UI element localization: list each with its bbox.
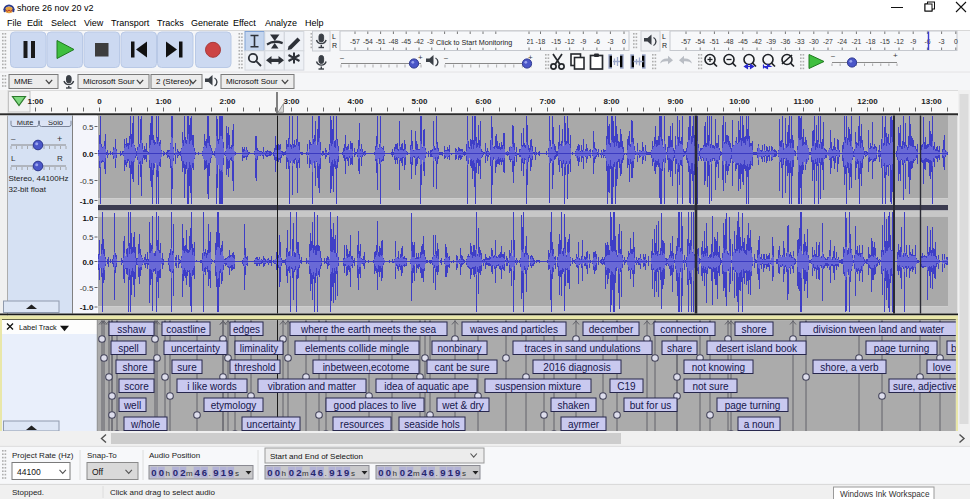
svg-text:Effect: Effect — [233, 18, 256, 28]
svg-text:-42: -42 — [414, 38, 424, 45]
svg-text:ayrmer: ayrmer — [568, 419, 600, 430]
svg-text:s: s — [235, 469, 239, 478]
svg-text:R: R — [662, 42, 667, 49]
svg-text:-57: -57 — [681, 38, 691, 45]
svg-text:-6: -6 — [594, 38, 600, 45]
svg-text:MME: MME — [14, 77, 33, 86]
svg-text:.: . — [324, 469, 326, 478]
svg-text:Snap-To: Snap-To — [87, 451, 117, 460]
svg-text:.: . — [208, 469, 210, 478]
svg-text:-3: -3 — [607, 38, 613, 45]
svg-text:1:00: 1:00 — [155, 97, 172, 106]
svg-text:s: s — [351, 469, 355, 478]
svg-text:shore: shore — [122, 362, 147, 373]
svg-text:View: View — [84, 18, 104, 28]
svg-text:nonbinary: nonbinary — [438, 343, 482, 354]
svg-text:but for us: but for us — [630, 400, 672, 411]
svg-text:h: h — [165, 469, 169, 478]
svg-text:Edit: Edit — [27, 18, 43, 28]
svg-text:-1.0: -1.0 — [80, 197, 94, 206]
svg-text:-3: -3 — [939, 38, 945, 45]
svg-text:R: R — [57, 154, 63, 163]
svg-text:6: 6 — [202, 467, 207, 478]
svg-text:4: 4 — [421, 467, 427, 478]
svg-text:–: – — [340, 54, 344, 61]
svg-text:coastline: coastline — [166, 324, 206, 335]
svg-text:threshold: threshold — [234, 362, 275, 373]
svg-text:0: 0 — [173, 467, 178, 478]
svg-text:0: 0 — [289, 467, 294, 478]
svg-text:-9: -9 — [580, 38, 586, 45]
svg-text:12:00: 12:00 — [857, 97, 878, 106]
svg-text:share: share — [667, 343, 692, 354]
svg-text:-27: -27 — [823, 38, 833, 45]
svg-text:-42: -42 — [752, 38, 762, 45]
svg-text:.: . — [435, 469, 437, 478]
svg-text:9: 9 — [329, 467, 334, 478]
svg-text:C19: C19 — [617, 381, 636, 392]
svg-text:0.5: 0.5 — [82, 233, 94, 242]
svg-text:-15: -15 — [551, 38, 561, 45]
svg-text:1.0: 1.0 — [82, 214, 94, 223]
svg-text:Analyze: Analyze — [265, 18, 297, 28]
svg-text:32-bit float: 32-bit float — [9, 185, 47, 194]
svg-text:where the earth meets the sea: where the earth meets the sea — [300, 324, 437, 335]
svg-text:6:00: 6:00 — [475, 97, 492, 106]
svg-text:Windows Ink Workspace: Windows Ink Workspace — [840, 490, 930, 499]
svg-text:resources: resources — [340, 419, 384, 430]
svg-text:shore: shore — [741, 324, 766, 335]
svg-text:4: 4 — [310, 467, 316, 478]
svg-text:seaside hols: seaside hols — [404, 419, 460, 430]
svg-text:w/hole: w/hole — [130, 419, 160, 430]
svg-text:13:00: 13:00 — [921, 97, 942, 106]
svg-text:2 (Stereo): 2 (Stereo) — [156, 77, 192, 86]
svg-text:-18: -18 — [536, 38, 546, 45]
svg-text:0: 0 — [400, 467, 405, 478]
svg-text:-48: -48 — [388, 38, 398, 45]
svg-text:shaken: shaken — [557, 400, 589, 411]
svg-text:-45: -45 — [738, 38, 748, 45]
svg-text:0: 0 — [275, 467, 280, 478]
svg-text:shore 26 nov 20 v2: shore 26 nov 20 v2 — [17, 3, 94, 13]
svg-text:Transport: Transport — [111, 18, 150, 28]
svg-text:9:00: 9:00 — [667, 97, 684, 106]
svg-text:–: – — [11, 134, 16, 143]
svg-text:connection: connection — [660, 324, 708, 335]
svg-text:0: 0 — [97, 97, 102, 106]
svg-text:december: december — [589, 324, 634, 335]
svg-text:sshaw: sshaw — [117, 324, 146, 335]
svg-text:score: score — [124, 381, 149, 392]
svg-text:Generate: Generate — [191, 18, 229, 28]
svg-text:5:00: 5:00 — [411, 97, 428, 106]
svg-text:9: 9 — [213, 467, 218, 478]
svg-text:-21: -21 — [851, 38, 861, 45]
svg-text:R: R — [332, 42, 337, 49]
svg-text:0.5: 0.5 — [82, 123, 94, 132]
svg-text:shore, a verb: shore, a verb — [820, 362, 879, 373]
svg-text:0: 0 — [622, 38, 626, 45]
svg-text:Label Track: Label Track — [19, 323, 57, 332]
svg-text:L: L — [11, 154, 16, 163]
svg-text:+: + — [418, 53, 423, 62]
svg-text:m: m — [302, 469, 309, 478]
svg-text:-0.5: -0.5 — [80, 284, 94, 293]
svg-text:9: 9 — [440, 467, 445, 478]
svg-text:waves and particles: waves and particles — [469, 324, 558, 335]
svg-text:elements collide mingle: elements collide mingle — [305, 343, 409, 354]
svg-text:6: 6 — [429, 467, 434, 478]
svg-text:m: m — [413, 469, 420, 478]
svg-text:h: h — [281, 469, 285, 478]
svg-text:cant be sure: cant be sure — [434, 362, 489, 373]
svg-text:Audio Position: Audio Position — [149, 451, 200, 460]
svg-text:Click and drag to select audio: Click and drag to select audio — [110, 488, 216, 497]
svg-text:-45: -45 — [401, 38, 411, 45]
svg-text:traces in sand undulations: traces in sand undulations — [524, 343, 640, 354]
svg-text:+: + — [57, 134, 62, 144]
svg-text:-6: -6 — [924, 38, 930, 45]
svg-text:Help: Help — [305, 18, 324, 28]
svg-text:division tween land and water: division tween land and water — [813, 324, 945, 335]
svg-text:-54: -54 — [363, 38, 373, 45]
svg-text:2016 diagnosis: 2016 diagnosis — [543, 362, 610, 373]
svg-text:-51: -51 — [376, 38, 386, 45]
svg-text:0: 0 — [386, 467, 391, 478]
